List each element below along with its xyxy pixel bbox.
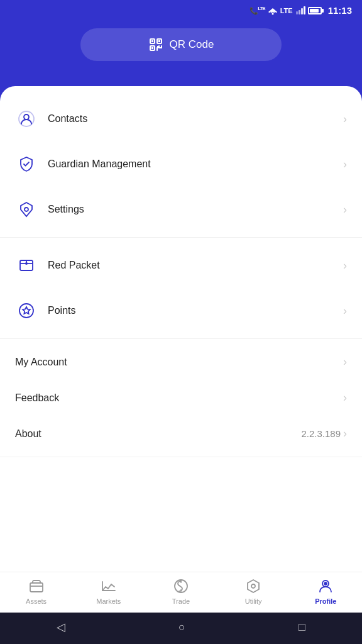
svg-point-0 bbox=[272, 13, 273, 14]
nav-item-profile[interactable]: Profile bbox=[304, 577, 348, 605]
settings-icon bbox=[15, 198, 38, 221]
assets-icon bbox=[28, 577, 45, 595]
svg-rect-9 bbox=[158, 40, 160, 42]
redpacket-icon bbox=[15, 254, 38, 277]
myaccount-chevron: › bbox=[343, 355, 347, 369]
qr-icon bbox=[148, 37, 163, 52]
utility-icon bbox=[244, 577, 262, 595]
contacts-chevron: › bbox=[343, 113, 347, 126]
profile-icon bbox=[317, 577, 334, 595]
svg-rect-3 bbox=[301, 8, 303, 14]
points-chevron: › bbox=[343, 304, 347, 318]
svg-rect-1 bbox=[296, 11, 298, 14]
redpacket-chevron: › bbox=[343, 259, 347, 272]
svg-point-12 bbox=[19, 111, 34, 126]
recents-button[interactable]: □ bbox=[299, 621, 305, 634]
back-button[interactable]: ◁ bbox=[57, 620, 65, 634]
myaccount-label: My Account bbox=[15, 357, 343, 368]
menu-item-myaccount[interactable]: My Account › bbox=[0, 344, 362, 380]
wifi-icon bbox=[268, 6, 278, 15]
markets-icon bbox=[100, 577, 118, 595]
svg-rect-8 bbox=[151, 40, 153, 42]
guardian-icon bbox=[15, 153, 38, 175]
menu-item-settings[interactable]: Settings › bbox=[0, 187, 362, 232]
signal-icon bbox=[295, 6, 305, 15]
status-bar: 📞LTE LTE 11:13 bbox=[0, 0, 362, 18]
svg-rect-2 bbox=[299, 10, 300, 14]
menu-item-guardian[interactable]: Guardian Management › bbox=[0, 142, 362, 187]
assets-label: Assets bbox=[26, 597, 47, 605]
about-version: 2.2.3.189 bbox=[301, 428, 341, 439]
svg-rect-4 bbox=[304, 6, 305, 14]
qr-code-button[interactable]: QR Code bbox=[80, 28, 282, 61]
contacts-icon bbox=[15, 108, 38, 130]
lte-label: LTE bbox=[280, 7, 293, 14]
svg-point-15 bbox=[25, 262, 28, 265]
about-label: About bbox=[15, 428, 301, 440]
profile-label: Profile bbox=[315, 597, 336, 605]
points-icon bbox=[15, 299, 38, 322]
menu-section-3: My Account › Feedback › About 2.2.3.189 … bbox=[0, 339, 362, 457]
svg-point-11 bbox=[24, 114, 29, 119]
menu-item-points[interactable]: Points › bbox=[0, 288, 362, 333]
bottom-nav: Assets Markets Trade bbox=[0, 572, 362, 613]
top-section: QR Code bbox=[0, 18, 362, 86]
menu-item-redpacket[interactable]: Red Packet › bbox=[0, 243, 362, 288]
feedback-label: Feedback bbox=[15, 392, 343, 404]
call-lte-icon: 📞LTE bbox=[250, 6, 265, 15]
settings-chevron: › bbox=[343, 203, 347, 216]
contacts-label: Contacts bbox=[48, 113, 343, 125]
trade-icon bbox=[172, 577, 190, 595]
svg-point-19 bbox=[251, 584, 255, 588]
battery-icon bbox=[308, 7, 322, 14]
svg-rect-17 bbox=[30, 583, 43, 592]
status-icons: 📞LTE LTE bbox=[250, 6, 321, 15]
about-chevron: › bbox=[343, 427, 347, 440]
content-card: Contacts › Guardian Management › Setting… bbox=[0, 86, 362, 613]
home-button[interactable]: ○ bbox=[178, 621, 185, 634]
menu-item-feedback[interactable]: Feedback › bbox=[0, 380, 362, 416]
points-label: Points bbox=[48, 305, 343, 316]
feedback-chevron: › bbox=[343, 391, 347, 404]
settings-label: Settings bbox=[48, 204, 343, 215]
menu-item-contacts[interactable]: Contacts › bbox=[0, 96, 362, 142]
android-nav-bar: ◁ ○ □ bbox=[0, 613, 362, 644]
menu-item-about[interactable]: About 2.2.3.189 › bbox=[0, 416, 362, 452]
redpacket-label: Red Packet bbox=[48, 260, 343, 271]
time-display: 11:13 bbox=[328, 5, 352, 16]
nav-item-assets[interactable]: Assets bbox=[14, 577, 58, 605]
qr-button-label: QR Code bbox=[170, 38, 214, 51]
svg-point-21 bbox=[324, 582, 327, 586]
svg-rect-10 bbox=[151, 47, 153, 49]
guardian-label: Guardian Management bbox=[48, 158, 343, 170]
menu-section-1: Contacts › Guardian Management › Setting… bbox=[0, 91, 362, 238]
markets-label: Markets bbox=[96, 597, 121, 605]
nav-item-utility[interactable]: Utility bbox=[231, 577, 275, 605]
nav-item-trade[interactable]: Trade bbox=[159, 577, 203, 605]
trade-label: Trade bbox=[172, 597, 190, 605]
nav-item-markets[interactable]: Markets bbox=[87, 577, 131, 605]
svg-point-13 bbox=[25, 208, 28, 211]
utility-label: Utility bbox=[245, 597, 262, 605]
menu-section-2: Red Packet › Points › bbox=[0, 238, 362, 339]
guardian-chevron: › bbox=[343, 158, 347, 171]
